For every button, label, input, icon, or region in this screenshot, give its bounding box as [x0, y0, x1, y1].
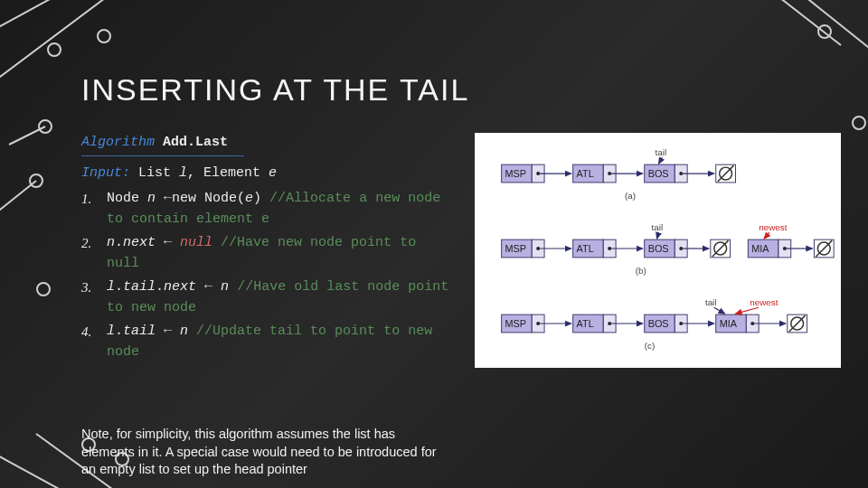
sub-c: (c): [645, 341, 656, 351]
svg-text:MIA: MIA: [720, 318, 738, 329]
step-number: 3.: [81, 277, 98, 318]
node-msp: MSP: [505, 168, 527, 179]
svg-line-2: [9, 127, 45, 145]
svg-point-10: [39, 120, 52, 133]
input-body: List l, Element e: [138, 165, 277, 181]
footnote: Note, for simplicity, this algorithm ass…: [81, 426, 443, 479]
svg-text:MSP: MSP: [505, 318, 527, 329]
svg-point-9: [98, 30, 110, 42]
svg-text:ATL: ATL: [577, 243, 594, 254]
step-code: n.next ← null: [107, 235, 212, 250]
algo-step-4: 4. l.tail ← n //Update tail to point to …: [81, 322, 457, 362]
node-bos: BOS: [648, 168, 669, 179]
sub-a: (a): [625, 191, 636, 201]
algo-step-1: 1. Node n ←new Node(e) //Allocate a new …: [81, 189, 457, 230]
svg-line-6: [787, 0, 868, 54]
step-number: 1.: [81, 189, 98, 230]
content-row: Algorithm Add.Last Input: List l, Elemen…: [81, 133, 841, 368]
svg-line-7: [760, 0, 841, 45]
step-number: 2.: [81, 233, 98, 274]
svg-point-8: [48, 43, 61, 56]
svg-text:MSP: MSP: [505, 243, 527, 254]
svg-point-12: [37, 283, 50, 296]
svg-text:newest: newest: [750, 297, 778, 307]
algorithm-block: Algorithm Add.Last Input: List l, Elemen…: [81, 133, 457, 368]
svg-text:BOS: BOS: [648, 243, 669, 254]
svg-text:tail: tail: [705, 297, 717, 307]
svg-text:BOS: BOS: [648, 318, 669, 329]
node-atl: ATL: [577, 168, 594, 179]
tail-label: tail: [656, 147, 667, 157]
sub-b: (b): [636, 266, 646, 276]
step-code: l.tail ← n: [107, 324, 188, 339]
step-code: Node n ←new Node(e): [107, 191, 261, 206]
step-number: 4.: [81, 322, 98, 362]
algorithm-label: Algorithm: [81, 135, 155, 150]
svg-line-4: [0, 452, 90, 488]
algo-step-2: 2. n.next ← null //Have new node point t…: [81, 233, 457, 274]
svg-text:tail: tail: [652, 222, 664, 232]
svg-point-16: [853, 117, 865, 129]
svg-line-0: [0, 0, 81, 36]
svg-point-11: [30, 174, 42, 187]
node-mia: MIA: [751, 243, 769, 254]
algorithm-name: Add.Last: [163, 135, 228, 150]
slide-title: INSERTING AT THE TAIL: [81, 72, 841, 108]
input-label: Input:: [81, 165, 130, 181]
svg-line-3: [0, 181, 36, 217]
underline: [81, 155, 244, 156]
linked-list-diagram: MSP ATL BOS: [475, 133, 841, 368]
newest-label: newest: [759, 222, 787, 232]
step-code: l.tail.next ← n: [107, 279, 229, 295]
svg-text:ATL: ATL: [577, 318, 594, 329]
svg-point-15: [818, 25, 831, 38]
algo-step-3: 3. l.tail.next ← n //Have old last node …: [81, 277, 457, 318]
slide-content: INSERTING AT THE TAIL Algorithm Add.Last…: [81, 72, 841, 479]
